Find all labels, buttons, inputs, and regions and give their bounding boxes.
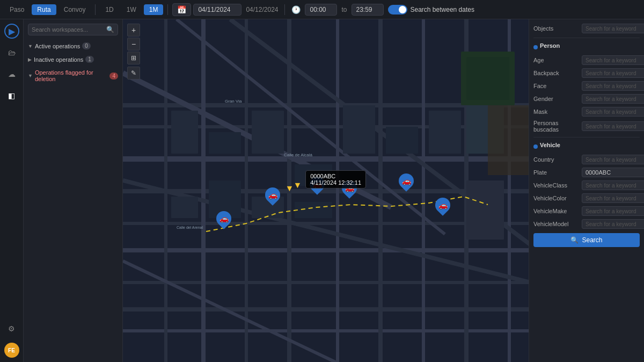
age-input[interactable] — [582, 55, 644, 65]
tab-ruta[interactable]: Ruta — [32, 4, 56, 15]
objects-input[interactable] — [582, 24, 644, 33]
toggle-label: Search between dates — [411, 6, 474, 13]
tab-1w[interactable]: 1W — [121, 4, 142, 15]
person-section: Person Age Backpack Face Gender Mask — [533, 42, 640, 133]
face-input[interactable] — [582, 81, 644, 91]
workspace-search-icon[interactable]: 🔍 — [106, 26, 114, 33]
triangle-right-icon: ▶ — [28, 57, 32, 62]
face-row: Face — [533, 81, 640, 91]
top-toolbar: Paso Ruta Convoy 1D 1W 1M 📅 04/12/2024 🕐… — [0, 0, 644, 19]
gear-icon: ⚙ — [8, 324, 15, 333]
flagged-operations-header[interactable]: ▼ Operations flagged for deletion 4 — [28, 68, 118, 84]
plate-input[interactable] — [582, 168, 644, 177]
zoom-out-button[interactable]: − — [127, 38, 140, 50]
marker-pin-6[interactable]: 🚗 — [432, 194, 453, 216]
vehicle-section-title: Vehicle — [540, 142, 560, 148]
time-to-input[interactable] — [352, 4, 384, 16]
mask-row: Mask — [533, 107, 640, 117]
gender-input[interactable] — [582, 94, 644, 104]
vehicle-marker-2[interactable]: 🚗 — [265, 187, 280, 202]
vehiclecolor-label: VehicleColor — [533, 195, 582, 201]
sidebar-cloud-icon[interactable]: ☁ — [4, 67, 19, 82]
country-row: Country — [533, 155, 640, 164]
vehicle-icon-6: 🚗 — [438, 201, 448, 209]
vehiclemake-input[interactable] — [582, 206, 644, 216]
vehicle-marker-1[interactable]: 🚗 — [216, 211, 231, 226]
svg-rect-26 — [209, 132, 241, 154]
map-side-icons: ⊞ ✎ — [127, 52, 140, 79]
divider-2 — [533, 137, 640, 137]
map-layers-button[interactable]: ⊞ — [127, 52, 140, 64]
tab-convoy[interactable]: Convoy — [58, 4, 91, 15]
clock-icon: 🕐 — [289, 5, 303, 14]
triangle-down-icon-2: ▼ — [28, 73, 33, 78]
map-zoom-controls: + − — [127, 24, 140, 50]
vehiclecolor-row: VehicleColor — [533, 193, 640, 203]
plate-row: Plate — [533, 168, 640, 177]
svg-text:Calle del Arenal: Calle del Arenal — [177, 226, 203, 229]
country-input[interactable] — [582, 155, 644, 164]
backpack-input[interactable] — [582, 68, 644, 78]
map-edit-button[interactable]: ✎ — [127, 67, 140, 79]
map-canvas: Gran Via Calle de Alcalá Calle del Arena… — [123, 19, 529, 362]
separator-3 — [284, 4, 285, 15]
sidebar-folder-icon[interactable]: 🗁 — [4, 45, 19, 60]
search-between-dates-toggle[interactable] — [388, 5, 407, 15]
personas-input[interactable] — [582, 121, 644, 131]
left-sidebar: ▶ 🗁 ☁ ◧ ⚙ FE — [0, 19, 24, 362]
person-section-title: Person — [540, 42, 560, 49]
sidebar-user-icon[interactable]: ◧ — [4, 88, 19, 103]
flagged-operations-section: ▼ Operations flagged for deletion 4 — [28, 68, 118, 84]
marker-pin-2[interactable]: 🚗 — [262, 184, 283, 206]
user-avatar[interactable]: FE — [4, 343, 19, 358]
vehicleclass-label: VehicleClass — [533, 182, 582, 189]
svg-rect-30 — [386, 127, 418, 154]
inactive-operations-label: Inactive operations — [34, 56, 83, 63]
tab-paso[interactable]: Paso — [4, 4, 30, 15]
route-arrow-2: ▼ — [294, 180, 302, 190]
inactive-operations-header[interactable]: ▶ Inactive operations 1 — [28, 54, 118, 64]
plate-label: Plate — [533, 169, 582, 176]
sidebar-settings-icon[interactable]: ⚙ — [4, 321, 19, 336]
vehicleclass-input[interactable] — [582, 180, 644, 190]
triangle-down-icon: ▼ — [28, 44, 33, 49]
objects-row: Objects — [533, 24, 640, 33]
search-button[interactable]: 🔍 Search — [533, 233, 640, 247]
search-btn-icon: 🔍 — [570, 236, 579, 244]
play-button[interactable]: ▶ — [4, 24, 19, 39]
vehicle-marker-5[interactable]: 🚗 — [399, 173, 414, 189]
tab-1d[interactable]: 1D — [100, 4, 119, 15]
date-from-input[interactable] — [193, 4, 241, 16]
workspace-search-input[interactable] — [32, 26, 106, 33]
vehicleclass-row: VehicleClass — [533, 180, 640, 190]
backpack-label: Backpack — [533, 70, 582, 76]
svg-rect-25 — [171, 111, 198, 154]
separator-1 — [95, 4, 96, 15]
folder-icon: 🗁 — [8, 48, 16, 57]
svg-text:Gran Via: Gran Via — [225, 99, 242, 104]
vehiclecolor-input[interactable] — [582, 193, 644, 203]
toggle-container: Search between dates — [388, 5, 474, 15]
map-area[interactable]: Gran Via Calle de Alcalá Calle del Arena… — [123, 19, 529, 362]
marker-pin-5[interactable]: 🚗 — [396, 170, 417, 192]
time-from-input[interactable] — [305, 4, 337, 16]
vehiclemodel-row: VehicleModel — [533, 219, 640, 229]
mask-input[interactable] — [582, 107, 644, 117]
zoom-in-button[interactable]: + — [127, 24, 140, 37]
vehicle-icon-1: 🚗 — [219, 214, 228, 223]
flagged-operations-count: 4 — [109, 73, 118, 79]
svg-text:Calle de Alcalá: Calle de Alcalá — [284, 153, 312, 157]
vehicle-marker-6[interactable]: 🚗 — [435, 198, 450, 213]
active-operations-header[interactable]: ▼ Active operations 0 — [28, 41, 118, 51]
svg-rect-31 — [429, 111, 461, 154]
svg-rect-35 — [295, 202, 332, 218]
vehiclemodel-input[interactable] — [582, 219, 644, 229]
svg-rect-27 — [252, 111, 284, 154]
right-panel: Objects Person Age Backpack Face — [529, 19, 644, 362]
play-icon: ▶ — [9, 26, 15, 37]
calendar-button[interactable]: 📅 — [172, 3, 191, 16]
divider-1 — [533, 38, 640, 38]
user-icon: ◧ — [8, 91, 15, 100]
tab-1m[interactable]: 1M — [144, 4, 164, 15]
marker-pin-1[interactable]: 🚗 — [213, 208, 235, 229]
